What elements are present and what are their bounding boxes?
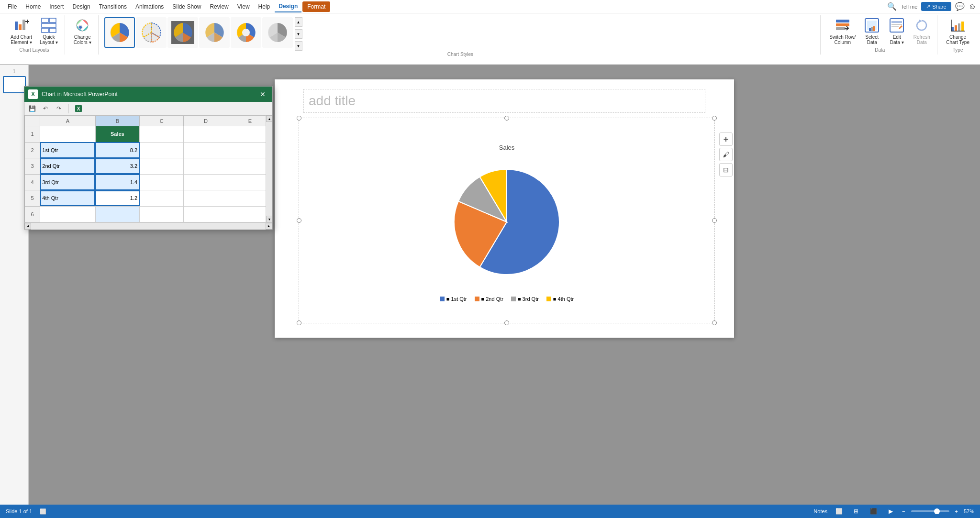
- col-header-b[interactable]: B: [95, 116, 139, 126]
- cell-c1[interactable]: [140, 126, 184, 143]
- handle-middle-right[interactable]: [712, 218, 717, 223]
- excel-table-btn[interactable]: X: [73, 103, 84, 114]
- menu-format[interactable]: Format: [302, 1, 330, 12]
- vscroll-up-btn[interactable]: ▲: [266, 115, 272, 122]
- reading-view-btn[interactable]: ⬛: [868, 507, 879, 516]
- menu-review[interactable]: Review: [206, 1, 232, 12]
- excel-close-button[interactable]: ✕: [257, 89, 268, 99]
- handle-middle-left[interactable]: [297, 218, 301, 223]
- chart-filter-btn[interactable]: ⊟: [719, 163, 733, 176]
- zoom-level[interactable]: 57%: [964, 508, 974, 514]
- cell-a4[interactable]: 3rd Qtr: [40, 174, 95, 190]
- handle-bottom-center[interactable]: [504, 320, 509, 325]
- chart-add-element-btn[interactable]: +: [719, 132, 733, 146]
- col-header-d[interactable]: D: [184, 116, 228, 126]
- chart-style-1[interactable]: [104, 17, 135, 48]
- cell-b4[interactable]: 1.4: [95, 174, 139, 190]
- menu-view[interactable]: View: [234, 1, 254, 12]
- chart-style-3[interactable]: [167, 17, 198, 48]
- notes-button[interactable]: Notes: [813, 508, 827, 514]
- quick-layout-button[interactable]: QuickLayout ▾: [37, 17, 61, 45]
- cell-b6[interactable]: [95, 206, 139, 222]
- search-icon[interactable]: 🔍: [887, 2, 897, 11]
- edit-data-button[interactable]: EditData ▾: [885, 17, 908, 45]
- cell-d6[interactable]: [184, 206, 228, 222]
- excel-undo-btn[interactable]: ↶: [40, 103, 51, 114]
- slide-indicator-icon[interactable]: ⬜: [40, 508, 46, 515]
- cell-b1[interactable]: Sales: [95, 126, 139, 143]
- zoom-minus[interactable]: −: [902, 508, 905, 514]
- zoom-slider[interactable]: [911, 510, 949, 512]
- select-data-button[interactable]: SelectData: [860, 17, 883, 45]
- change-chart-type-button[interactable]: ChangeChart Type: [943, 17, 972, 45]
- menu-home[interactable]: Home: [22, 1, 45, 12]
- menu-transitions[interactable]: Transitions: [95, 1, 131, 12]
- slideshow-btn[interactable]: ▶: [885, 507, 896, 516]
- slide-sorter-btn[interactable]: ⊞: [850, 507, 862, 516]
- refresh-data-button[interactable]: RefreshData: [910, 17, 933, 45]
- handle-top-left[interactable]: [297, 116, 301, 121]
- normal-view-btn[interactable]: ⬜: [833, 507, 845, 516]
- menu-insert[interactable]: Insert: [45, 1, 67, 12]
- cell-c4[interactable]: [140, 174, 184, 190]
- emoji-icon[interactable]: ☺: [969, 2, 976, 11]
- chart-style-6[interactable]: [262, 17, 293, 48]
- tell-me-input[interactable]: Tell me: [901, 4, 917, 10]
- slide-1-thumbnail[interactable]: [3, 76, 26, 93]
- vscroll-track[interactable]: [266, 122, 272, 216]
- menu-design-active[interactable]: Design: [275, 1, 301, 12]
- excel-vertical-scrollbar[interactable]: ▲ ▼: [266, 115, 272, 222]
- slide-title-box[interactable]: add title: [303, 89, 705, 113]
- cell-d5[interactable]: [184, 190, 228, 207]
- comment-icon[interactable]: 💬: [955, 2, 965, 11]
- cell-d4[interactable]: [184, 174, 228, 190]
- add-chart-element-button[interactable]: Add ChartElement ▾: [8, 17, 35, 45]
- chart-style-4[interactable]: [199, 17, 230, 48]
- cell-a6[interactable]: [40, 206, 95, 222]
- cell-b3[interactable]: 3.2: [95, 158, 139, 175]
- styles-scroll-up[interactable]: ▲: [295, 17, 302, 27]
- col-header-a[interactable]: A: [40, 116, 95, 126]
- cell-c6[interactable]: [140, 206, 184, 222]
- switch-row-column-button[interactable]: Switch Row/Column: [826, 17, 858, 45]
- vscroll-down-btn[interactable]: ▼: [266, 216, 272, 222]
- handle-bottom-left[interactable]: [297, 320, 301, 325]
- cell-d3[interactable]: [184, 158, 228, 175]
- menu-slideshow[interactable]: Slide Show: [168, 1, 205, 12]
- chart-style-2[interactable]: [136, 17, 167, 48]
- cell-a1[interactable]: [40, 126, 95, 143]
- share-button[interactable]: ↗ Share: [921, 2, 951, 11]
- cell-b2[interactable]: 8.2: [95, 142, 139, 158]
- slide-1-thumb-container[interactable]: 1: [2, 69, 26, 93]
- col-header-c[interactable]: C: [140, 116, 184, 126]
- zoom-plus[interactable]: +: [955, 508, 958, 514]
- menu-animations[interactable]: Animations: [132, 1, 167, 12]
- cell-b5[interactable]: 1.2: [95, 190, 139, 207]
- hscroll-right-btn[interactable]: ►: [266, 223, 272, 230]
- zoom-thumb[interactable]: [934, 508, 940, 514]
- styles-scroll-more[interactable]: ▼: [295, 29, 302, 39]
- handle-top-center[interactable]: [504, 116, 509, 121]
- excel-redo-btn[interactable]: ↷: [53, 103, 65, 114]
- cell-c5[interactable]: [140, 190, 184, 207]
- cell-a3[interactable]: 2nd Qtr: [40, 158, 95, 175]
- change-colors-button[interactable]: ChangeColors ▾: [71, 17, 94, 45]
- handle-top-right[interactable]: [712, 116, 717, 121]
- cell-c2[interactable]: [140, 142, 184, 158]
- cell-a5[interactable]: 4th Qtr: [40, 190, 95, 207]
- chart-style-5[interactable]: [231, 17, 261, 48]
- chart-paint-btn[interactable]: 🖌: [719, 148, 733, 161]
- styles-scroll-down[interactable]: ▼: [295, 41, 302, 51]
- handle-bottom-right[interactable]: [712, 320, 717, 325]
- cell-c3[interactable]: [140, 158, 184, 175]
- excel-horizontal-scrollbar[interactable]: ◄ ►: [29, 223, 272, 230]
- menu-design-ppt[interactable]: Design: [68, 1, 94, 12]
- menu-help[interactable]: Help: [255, 1, 274, 12]
- hscroll-track[interactable]: [31, 223, 266, 230]
- cell-d1[interactable]: [184, 126, 228, 143]
- menu-file[interactable]: File: [4, 1, 21, 12]
- excel-save-btn[interactable]: 💾: [29, 103, 38, 114]
- slide-canvas[interactable]: add title Sales: [275, 79, 734, 338]
- cell-a2[interactable]: 1st Qtr: [40, 142, 95, 158]
- cell-d2[interactable]: [184, 142, 228, 158]
